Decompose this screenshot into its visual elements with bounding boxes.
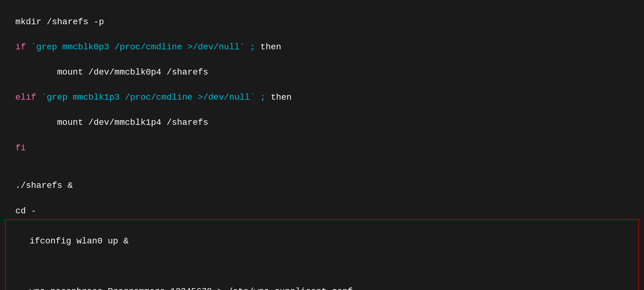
mount-0p4-text: mount /dev/mmcblk0p4 /sharefs (16, 67, 208, 77)
line-mkdir: mkdir /sharefs -p (5, 3, 639, 28)
line-ifconfig: ifconfig wlan0 up & (9, 222, 635, 260)
line-if: if `grep mmcblk0p3 /proc/cmdline >/dev/n… (5, 28, 639, 53)
line-mount-1p4: mount /dev/mmcblk1p4 /sharefs (5, 104, 639, 129)
fi-keyword: fi (16, 143, 26, 153)
line-cd: cd - (5, 192, 639, 217)
if-keyword: if (16, 42, 26, 52)
line-fi: fi (5, 129, 639, 154)
line-elif: elif `grep mmcblk1p3 /proc/cmdline >/dev… (5, 79, 639, 104)
blank-line-2 (9, 260, 635, 273)
line-mount-0p4: mount /dev/mmcblk0p4 /sharefs (5, 53, 639, 79)
line-wpa-passphrase: wpa_passphrase Programmers 12345678 > /e… (9, 273, 635, 290)
mount-1p4-text: mount /dev/mmcblk1p4 /sharefs (16, 118, 208, 127)
ifconfig-text: ifconfig wlan0 up & (29, 236, 128, 246)
then-keyword-1: then (260, 42, 281, 52)
if-condition: `grep mmcblk0p3 /proc/cmdline >/dev/null… (26, 42, 260, 52)
cd-text: cd - (16, 206, 36, 216)
elif-keyword: elif (16, 93, 36, 102)
sharefs-run-text: ./sharefs & (16, 181, 73, 190)
wpa-passphrase-text: wpa_passphrase Programmers 12345678 > /e… (29, 287, 353, 290)
mkdir-text: mkdir /sharefs -p (16, 17, 104, 27)
blank-line-1 (5, 154, 639, 167)
highlighted-block: ifconfig wlan0 up & wpa_passphrase Progr… (5, 219, 639, 290)
line-sharefs-run: ./sharefs & (5, 167, 639, 192)
elif-condition: `grep mmcblk1p3 /proc/cmdline >/dev/null… (36, 93, 271, 102)
then-keyword-2: then (271, 93, 292, 102)
